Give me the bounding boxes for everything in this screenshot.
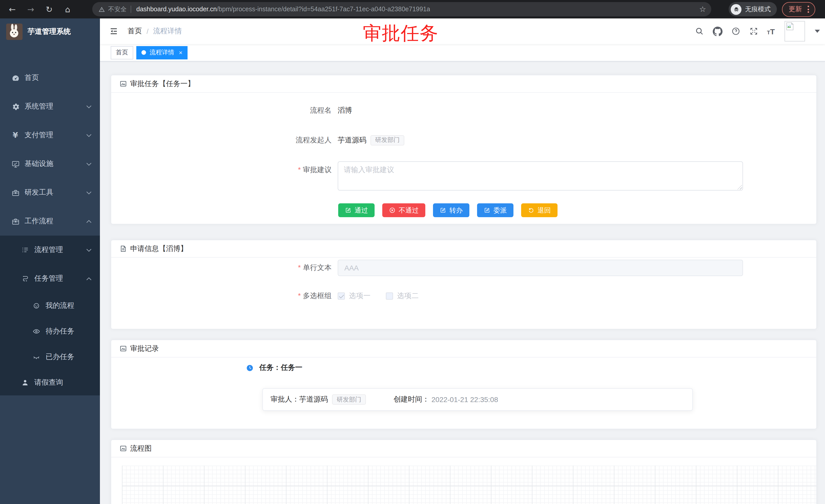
bpmn-canvas[interactable]	[122, 466, 816, 504]
screen: ← → ↻ ⌂ 不安全 dashboard.yudao.iocoder.cn/b…	[0, 0, 825, 504]
security-label[interactable]: 不安全	[108, 5, 127, 14]
gear-icon	[11, 102, 20, 111]
forward-icon[interactable]: →	[23, 2, 38, 16]
sidebar-item-label: 待办任务	[46, 327, 74, 336]
update-label[interactable]: 更新	[789, 5, 802, 14]
return-button[interactable]: 退回	[521, 203, 557, 217]
form-row-process-name: 流程名 滔博	[111, 102, 816, 119]
button-label[interactable]: 转办	[449, 205, 463, 215]
browser-menu-icon[interactable]	[807, 5, 810, 14]
avatar-broken-image-icon	[785, 21, 795, 31]
tab-label[interactable]: 首页	[116, 48, 128, 57]
process-diagram-card: 流程图	[111, 439, 817, 504]
tab-process-detail[interactable]: 流程详情 ×	[136, 46, 188, 59]
back-icon[interactable]: ←	[5, 2, 19, 16]
sidebar-item-label: 系统管理	[24, 102, 53, 111]
checkbox-checked-icon[interactable]	[338, 292, 345, 300]
help-icon[interactable]	[731, 27, 740, 36]
dept-tag: 研发部门	[371, 135, 404, 145]
flow-icon	[20, 274, 30, 283]
checkbox-option-1[interactable]: 选项一	[338, 291, 371, 301]
field-label: 单行文本	[111, 263, 338, 272]
sidebar: 芋道管理系统 首页 系	[0, 18, 100, 504]
tab-home[interactable]: 首页	[111, 46, 133, 59]
chrome-update-button[interactable]: 更新	[782, 2, 815, 17]
undo-icon	[528, 207, 534, 214]
button-label[interactable]: 退回	[537, 205, 551, 215]
sidebar-item-label: 基础设施	[24, 159, 53, 169]
checkbox-label: 选项二	[397, 291, 419, 301]
github-icon[interactable]	[712, 26, 722, 36]
reload-icon[interactable]: ↻	[42, 2, 56, 16]
circle-close-icon	[389, 207, 395, 214]
sidebar-item-my-process[interactable]: 我的流程	[0, 293, 100, 319]
sidebar-item-todo-tasks[interactable]: 待办任务	[0, 319, 100, 344]
sidebar-item-done-tasks[interactable]: 已办任务	[0, 344, 100, 370]
comment-textarea[interactable]	[338, 161, 743, 190]
approval-task-card: 审批任务【任务一】 流程名 滔博 流程发起人 芋道源码 研发部门	[111, 75, 817, 224]
sidebar-item-process-management[interactable]: 流程管理	[0, 236, 100, 264]
sidebar-item-dev-tools[interactable]: 研发工具	[0, 178, 100, 207]
button-label[interactable]: 委派	[494, 205, 507, 215]
button-label[interactable]: 不通过	[399, 205, 419, 215]
list-icon	[20, 246, 30, 254]
avatar[interactable]	[784, 21, 805, 41]
toolbox-icon	[11, 188, 20, 197]
page-content: 审批任务【任务一】 流程名 滔博 流程发起人 芋道源码 研发部门	[100, 62, 825, 504]
clock-icon	[246, 364, 253, 371]
checkbox-label: 选项一	[349, 291, 371, 301]
chevron-down-icon	[86, 105, 92, 108]
sidebar-item-workflow[interactable]: 工作流程	[0, 207, 100, 236]
bookmark-star-icon[interactable]: ☆	[699, 5, 706, 14]
sidebar-item-leave-query[interactable]: 请假查询	[0, 370, 100, 396]
delegate-button[interactable]: 委派	[477, 203, 513, 217]
sidebar-logo-row[interactable]: 芋道管理系统	[0, 18, 100, 45]
home-icon[interactable]: ⌂	[61, 2, 75, 16]
sidebar-item-system[interactable]: 系统管理	[0, 92, 100, 121]
search-icon[interactable]	[695, 27, 704, 36]
address-bar[interactable]: 不安全 dashboard.yudao.iocoder.cn/bpm/proce…	[92, 2, 711, 16]
picture-icon	[120, 345, 127, 352]
sidebar-item-payment[interactable]: ¥ 支付管理	[0, 121, 100, 150]
incognito-label: 无痕模式	[745, 5, 771, 14]
app-window: 芋道管理系统 首页 系	[0, 18, 825, 504]
dept-tag: 研发部门	[332, 394, 366, 405]
chevron-up-icon	[86, 277, 92, 280]
tab-label[interactable]: 流程详情	[150, 48, 174, 57]
breadcrumb-home[interactable]: 首页	[128, 27, 142, 36]
fullscreen-icon[interactable]	[749, 27, 758, 36]
header-tools: TT	[695, 21, 820, 41]
field-label: 流程名	[111, 106, 338, 115]
sidebar-menu: 首页 系统管理 ¥ 支付管理	[0, 64, 100, 396]
font-size-icon[interactable]: TT	[767, 27, 775, 35]
divider	[131, 6, 131, 13]
form-row-comment: 审批建议	[111, 161, 816, 190]
create-time-label: 创建时间：	[393, 395, 430, 404]
transfer-button[interactable]: 转办	[433, 203, 469, 217]
card-header: 审批记录	[111, 340, 816, 357]
sidebar-item-home[interactable]: 首页	[0, 64, 100, 92]
sidebar-item-infrastructure[interactable]: 基础设施	[0, 150, 100, 178]
url-text: dashboard.yudao.iocoder.cn/bpm/process-i…	[136, 6, 430, 13]
sidebar-fold-icon[interactable]	[109, 27, 119, 36]
tab-close-icon[interactable]: ×	[179, 50, 182, 56]
breadcrumb-current: 流程详情	[153, 27, 182, 36]
chevron-down-icon	[86, 162, 92, 166]
sidebar-item-task-management[interactable]: 任务管理	[0, 264, 100, 293]
process-name-value: 滔博	[338, 106, 352, 115]
document-icon	[120, 245, 127, 253]
avatar-caret-icon[interactable]	[815, 30, 820, 33]
form-row-initiator: 流程发起人 芋道源码 研发部门	[111, 132, 816, 149]
checkbox-option-2[interactable]: 选项二	[386, 291, 419, 301]
approver-label: 审批人：	[271, 395, 299, 404]
single-line-text-input[interactable]	[338, 260, 743, 276]
card-header: 审批任务【任务一】	[111, 75, 816, 93]
field-label: 流程发起人	[111, 136, 338, 145]
main-area: 首页 / 流程详情 审批任务	[100, 18, 825, 504]
reject-button[interactable]: 不通过	[382, 203, 425, 217]
url-path: /bpm/process-instance/detail?id=54aa251f…	[217, 6, 430, 13]
approve-button[interactable]: 通过	[338, 203, 375, 217]
button-label[interactable]: 通过	[355, 205, 368, 215]
checkbox-unchecked-icon[interactable]	[386, 292, 393, 300]
card-header: 流程图	[111, 440, 816, 457]
